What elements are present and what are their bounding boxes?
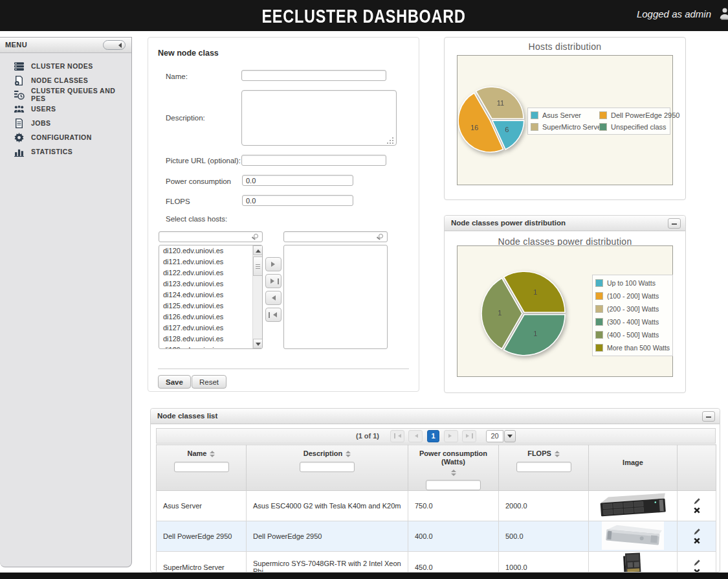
- picture-url-label: Picture URL (optional):: [166, 157, 241, 165]
- scrollbar[interactable]: [252, 245, 262, 348]
- minimize-button[interactable]: [702, 411, 715, 422]
- edit-icon[interactable]: [692, 497, 701, 506]
- column-header-flops[interactable]: FLOPS: [499, 445, 589, 491]
- save-button[interactable]: Save: [158, 375, 191, 389]
- flops-filter-input[interactable]: [516, 462, 571, 472]
- list-item[interactable]: di127.edv.uniovi.es: [159, 323, 262, 334]
- power-distribution-panel: Node classes power distribution Node cla…: [444, 215, 686, 393]
- sort-icon[interactable]: [451, 470, 456, 476]
- cell-flops: 1000.0: [499, 552, 589, 573]
- svg-text:16: 16: [470, 124, 478, 131]
- rows-per-page-dropdown[interactable]: 20: [486, 430, 516, 442]
- description-filter-input[interactable]: [300, 462, 355, 472]
- list-item[interactable]: di120.edv.uniovi.es: [159, 245, 262, 256]
- list-item[interactable]: di124.edv.uniovi.es: [159, 290, 262, 301]
- power-consumption-label: Power consumption: [166, 177, 231, 185]
- search-icon: [254, 234, 258, 238]
- cell-name: SuperMictro Server: [157, 552, 247, 573]
- picture-url-field[interactable]: [241, 155, 386, 166]
- delete-icon[interactable]: [692, 536, 701, 545]
- target-filter-input[interactable]: [283, 231, 388, 242]
- hosts-distribution-plot: 61611 Asus Server Dell PowerEdge 2950 Su…: [457, 55, 673, 185]
- menu-list: CLUSTER NODES NODE CLASSES CLUSTER QUEUE…: [0, 53, 131, 159]
- svg-text:1: 1: [498, 309, 502, 317]
- sort-icon[interactable]: [346, 451, 351, 457]
- hosts-distribution-pie[interactable]: 61611: [458, 86, 525, 153]
- sidebar-item-label: CONFIGURATION: [31, 133, 92, 141]
- scroll-down-button[interactable]: [253, 339, 263, 348]
- remove-all-button[interactable]: [265, 308, 281, 322]
- edit-icon[interactable]: [692, 527, 701, 536]
- column-header-description[interactable]: Description: [247, 445, 408, 491]
- power-consumption-field[interactable]: [242, 175, 353, 186]
- list-item[interactable]: di121.edv.uniovi.es: [159, 256, 262, 267]
- chart-legend: Up to 100 Watts (100 - 200] Watts (200 -…: [592, 275, 673, 356]
- legend-item: Asus Server: [531, 109, 599, 121]
- list-item[interactable]: di128.edv.uniovi.es: [159, 334, 262, 345]
- sort-icon[interactable]: [210, 451, 215, 457]
- target-host-list[interactable]: [283, 245, 388, 349]
- user-icon[interactable]: [719, 7, 728, 20]
- legend-swatch: [595, 305, 603, 313]
- collapse-sidebar-button[interactable]: [103, 40, 126, 50]
- gear-icon: [14, 132, 25, 142]
- power-filter-input[interactable]: [426, 480, 481, 490]
- list-item[interactable]: di125.edv.uniovi.es: [159, 301, 262, 312]
- remove-button[interactable]: [265, 291, 281, 305]
- reset-button[interactable]: Reset: [192, 375, 226, 389]
- source-filter-input[interactable]: [159, 231, 263, 242]
- flops-field[interactable]: [242, 195, 353, 206]
- chart-legend: Asus Server Dell PowerEdge 2950 SuperMic…: [527, 108, 670, 135]
- cell-actions: [678, 521, 716, 552]
- delete-icon[interactable]: [692, 506, 701, 515]
- bottom-bar: [0, 573, 728, 579]
- current-page-button[interactable]: 1: [427, 430, 439, 442]
- menu-title: MENU: [5, 41, 27, 49]
- edit-icon[interactable]: [692, 558, 701, 567]
- sidebar-item-users[interactable]: USERS: [0, 102, 131, 116]
- panel-header: Node classes list: [151, 409, 720, 424]
- resize-grip[interactable]: [387, 142, 388, 144]
- sidebar-item-configuration[interactable]: CONFIGURATION: [0, 130, 131, 144]
- last-page-button[interactable]: [462, 430, 476, 442]
- sidebar-item-cluster-nodes[interactable]: CLUSTER NODES: [0, 59, 131, 73]
- next-page-button[interactable]: [444, 430, 458, 442]
- list-item[interactable]: di126.edv.uniovi.es: [159, 312, 262, 323]
- delete-icon[interactable]: [692, 567, 701, 573]
- svg-text:1: 1: [533, 288, 537, 296]
- power-distribution-pie[interactable]: 111: [481, 271, 566, 356]
- add-all-button[interactable]: [265, 274, 281, 288]
- name-filter-input[interactable]: [174, 462, 229, 472]
- legend-swatch: [595, 279, 603, 287]
- description-field[interactable]: [241, 90, 397, 146]
- sort-icon[interactable]: [555, 451, 560, 457]
- cell-description: Dell PowerEdge 2950: [247, 521, 408, 552]
- sidebar-item-label: CLUSTER QUEUES AND PES: [31, 87, 131, 102]
- cell-actions: [678, 491, 716, 521]
- source-host-list[interactable]: di120.edv.uniovi.es di121.edv.uniovi.es …: [159, 245, 263, 349]
- rack-server-photo: [589, 521, 678, 552]
- column-header-image: Image: [589, 445, 678, 491]
- minimize-button[interactable]: [668, 218, 681, 229]
- previous-page-button[interactable]: [408, 430, 423, 442]
- sidebar-item-node-classes[interactable]: NODE CLASSES: [0, 73, 131, 87]
- scrollbar-thumb[interactable]: [253, 256, 263, 276]
- list-item[interactable]: di123.edv.uniovi.es: [159, 278, 262, 290]
- list-item[interactable]: di122.edv.uniovi.es: [159, 267, 262, 278]
- sidebar-item-statistics[interactable]: STATISTICS: [0, 144, 131, 159]
- panel-title: Node classes power distribution: [451, 219, 566, 227]
- sidebar-item-jobs[interactable]: JOBS: [0, 116, 131, 130]
- list-item[interactable]: di129.edv.uniovi.es: [159, 345, 262, 349]
- column-header-power[interactable]: Power consumption (Watts): [408, 445, 499, 491]
- logged-as-text: Logged as admin: [637, 8, 711, 19]
- name-field[interactable]: [241, 70, 386, 81]
- cell-flops: 500.0: [499, 521, 589, 552]
- column-header-name[interactable]: Name: [157, 445, 247, 491]
- sidebar-item-cluster-queues-and-pes[interactable]: CLUSTER QUEUES AND PES: [0, 87, 131, 102]
- panel-header: Node classes power distribution: [445, 216, 685, 231]
- first-page-button[interactable]: [390, 430, 404, 442]
- scroll-up-button[interactable]: [253, 245, 263, 255]
- add-button[interactable]: [265, 257, 281, 271]
- legend-item: Dell PowerEdge 2950: [599, 109, 679, 121]
- chevron-down-icon[interactable]: [504, 430, 516, 442]
